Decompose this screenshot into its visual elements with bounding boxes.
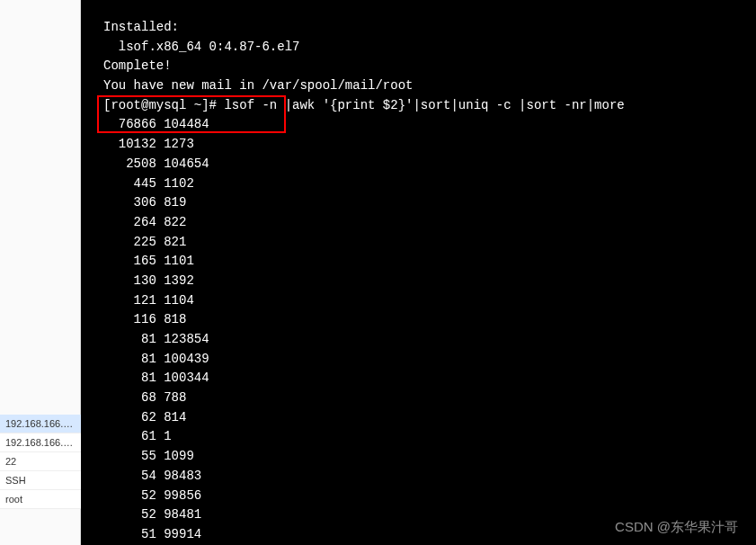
term-line-command: [root@mysql ~]# lsof -n |awk '{print $2}…	[103, 96, 756, 116]
term-line: Installed:	[103, 18, 756, 38]
term-line: 55 1099	[103, 447, 756, 467]
term-line: 130 1392	[103, 272, 756, 291]
term-line: 54 98483	[103, 467, 756, 487]
info-port[interactable]: 22	[0, 452, 81, 471]
term-line: 165 1101	[103, 252, 756, 272]
term-line: 264 822	[103, 213, 756, 233]
info-protocol[interactable]: SSH	[0, 471, 81, 490]
connection-info-list: 192.168.166.131-... 192.168.166.131 22 S…	[0, 415, 81, 509]
info-host-full[interactable]: 192.168.166.131-...	[0, 415, 81, 433]
term-line: 61 1	[103, 427, 756, 447]
term-line: 81 123854	[103, 330, 756, 350]
term-line: 68 788	[103, 389, 756, 408]
info-user[interactable]: root	[0, 490, 81, 509]
term-line: 445 1102	[103, 174, 756, 194]
term-line: 2508 104654	[103, 155, 756, 174]
term-line: 81 100439	[103, 350, 756, 370]
side-info-panel: 192.168.166.131-... 192.168.166.131 22 S…	[0, 0, 81, 545]
term-line: 306 819	[103, 193, 756, 213]
term-line: 52 99856	[103, 487, 756, 506]
term-line: Complete!	[103, 57, 756, 76]
term-line: 51 99914	[103, 525, 756, 545]
term-line: 52 98481	[103, 505, 756, 525]
term-line: 62 814	[103, 408, 756, 428]
info-text: SSH	[5, 475, 26, 486]
term-line: 76866 104484	[103, 115, 756, 135]
term-line: 116 818	[103, 310, 756, 330]
term-line: You have new mail in /var/spool/mail/roo…	[103, 76, 756, 96]
info-text: 192.168.166.131	[5, 437, 80, 448]
term-line: 225 821	[103, 233, 756, 253]
term-line: 10132 1273	[103, 135, 756, 155]
info-text: root	[5, 494, 22, 505]
term-line: 121 1104	[103, 291, 756, 311]
info-host[interactable]: 192.168.166.131	[0, 433, 81, 452]
info-text: 192.168.166.131-...	[5, 418, 81, 429]
term-line: 81 100344	[103, 369, 756, 389]
info-text: 22	[5, 456, 16, 467]
terminal-output[interactable]: Installed: lsof.x86_64 0:4.87-6.el7 Comp…	[81, 0, 756, 545]
term-line: lsof.x86_64 0:4.87-6.el7	[103, 38, 756, 58]
